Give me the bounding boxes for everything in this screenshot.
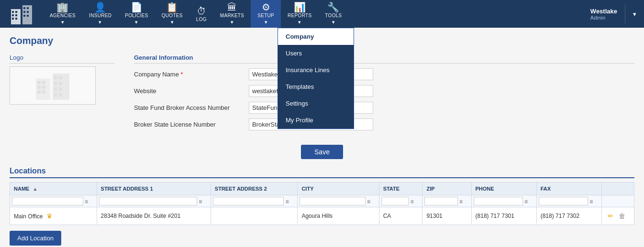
divider	[625, 4, 625, 23]
insured-icon: 👤	[94, 2, 106, 12]
col-header-state[interactable]: State	[379, 183, 422, 195]
filter-cell-state: ≡	[379, 195, 422, 207]
add-location-button[interactable]: Add Location	[10, 231, 61, 246]
svg-rect-12	[23, 15, 25, 17]
col-header-actions	[601, 183, 634, 195]
crown-icon: ♛	[46, 212, 53, 220]
col-header-addr1[interactable]: Street Address 1	[97, 183, 211, 195]
filter-cell-actions	[601, 195, 634, 207]
col-header-fax[interactable]: Fax	[536, 183, 601, 195]
filter-menu-icon-name[interactable]: ≡	[85, 198, 88, 205]
user-menu-icon[interactable]: ▾	[633, 11, 636, 18]
website-label: Website	[134, 87, 244, 95]
filter-input-city[interactable]	[300, 197, 365, 205]
filter-input-phone[interactable]	[474, 197, 523, 205]
svg-rect-22	[54, 76, 57, 79]
general-info-section: General Information Company Name * Websi…	[134, 54, 634, 135]
svg-rect-2	[12, 11, 14, 13]
cell-phone: (818) 717 7301	[471, 207, 536, 225]
svg-rect-27	[59, 87, 62, 91]
svg-rect-7	[15, 18, 17, 20]
sort-icon-name: ▲	[33, 186, 37, 192]
filter-input-state[interactable]	[381, 197, 409, 205]
nav-markets[interactable]: 🏛 Markets ▾	[213, 0, 251, 28]
filter-menu-icon-addr1[interactable]: ≡	[199, 198, 202, 205]
col-header-addr2[interactable]: Street Address 2	[211, 183, 298, 195]
locations-table: Name ▲ Street Address 1 Street Address 2…	[10, 182, 634, 225]
col-header-city[interactable]: City	[298, 183, 379, 195]
svg-rect-5	[15, 14, 17, 16]
svg-rect-16	[37, 81, 41, 84]
filter-menu-icon-zip[interactable]: ≡	[459, 198, 463, 205]
logo-label: Logo	[10, 54, 115, 64]
filter-menu-icon-fax[interactable]: ≡	[589, 198, 593, 205]
delete-location-button[interactable]: 🗑	[617, 211, 627, 221]
setup-dropdown: Company Users Insurance Lines Templates …	[278, 28, 354, 129]
filter-menu-icon-phone[interactable]: ≡	[524, 198, 528, 205]
table-row: Main Office ♛ 28348 Roadside Dr. Suite #…	[10, 207, 634, 225]
markets-icon: 🏛	[227, 2, 237, 12]
edit-location-button[interactable]: ✏	[606, 211, 615, 221]
setup-icon: ⚙	[262, 2, 270, 12]
broker-license-row: Broker State License Number	[134, 118, 634, 130]
general-info-label: General Information	[134, 54, 634, 64]
dropdown-item-my-profile[interactable]: My Profile	[278, 112, 354, 129]
logo-upload-box[interactable]	[10, 66, 96, 105]
website-row: Website	[134, 85, 634, 97]
svg-rect-17	[42, 81, 45, 84]
filter-menu-icon-state[interactable]: ≡	[411, 198, 414, 205]
svg-rect-25	[59, 82, 62, 85]
dropdown-item-company[interactable]: Company	[278, 28, 354, 45]
cell-state: CA	[379, 207, 422, 225]
filter-input-addr1[interactable]	[99, 197, 197, 205]
col-header-phone[interactable]: Phone	[471, 183, 536, 195]
nav-agencies[interactable]: 🏢 Agencies ▾	[43, 0, 82, 28]
nav-setup[interactable]: ⚙ Setup ▾	[251, 0, 281, 28]
svg-rect-8	[23, 7, 25, 9]
svg-rect-6	[12, 18, 14, 20]
filter-cell-city: ≡	[298, 195, 379, 207]
nav-policies[interactable]: 📄 Policies ▾	[118, 0, 155, 28]
filter-menu-icon-city[interactable]: ≡	[367, 198, 370, 205]
svg-rect-18	[37, 86, 41, 89]
tools-icon: 🔧	[327, 2, 339, 12]
dropdown-item-settings[interactable]: Settings	[278, 95, 354, 112]
filter-input-name[interactable]	[12, 197, 83, 205]
table-header-row: Name ▲ Street Address 1 Street Address 2…	[10, 183, 634, 195]
svg-rect-24	[54, 82, 57, 85]
nav-insured[interactable]: 👤 Insured ▾	[82, 0, 118, 28]
logo-section: Logo	[10, 54, 115, 135]
nav-reports[interactable]: 📊 Reports ▾	[281, 0, 318, 28]
dropdown-item-users[interactable]: Users	[278, 45, 354, 62]
svg-rect-3	[15, 11, 17, 13]
top-nav: 🏢 Agencies ▾ 👤 Insured ▾ 📄 Policies ▾ 📋 …	[0, 0, 644, 28]
svg-rect-28	[54, 93, 57, 97]
filter-cell-addr1: ≡	[97, 195, 211, 207]
dropdown-item-insurance-lines[interactable]: Insurance Lines	[278, 62, 354, 78]
locations-title: Locations	[10, 167, 634, 178]
filter-menu-icon-addr2[interactable]: ≡	[286, 198, 289, 205]
company-name-row: Company Name *	[134, 68, 634, 80]
nav-tools[interactable]: 🔧 Tools ▾	[318, 0, 348, 28]
nav-log[interactable]: ⏱ Log	[189, 0, 213, 28]
quotes-icon: 📋	[166, 2, 178, 12]
agencies-label: Agencies	[50, 13, 76, 18]
svg-rect-13	[27, 15, 29, 17]
filter-input-fax[interactable]	[539, 197, 588, 205]
cell-zip: 91301	[422, 207, 471, 225]
nav-quotes[interactable]: 📋 Quotes ▾	[155, 0, 189, 28]
agencies-icon: 🏢	[56, 2, 68, 12]
dropdown-item-templates[interactable]: Templates	[278, 78, 354, 95]
broker-license-label: Broker State License Number	[134, 121, 244, 128]
col-header-name[interactable]: Name ▲	[10, 183, 97, 195]
col-header-zip[interactable]: Zip	[422, 183, 471, 195]
svg-rect-11	[27, 11, 29, 13]
filter-input-zip[interactable]	[424, 197, 457, 205]
cell-addr1: 28348 Roadside Dr. Suite #201	[97, 207, 211, 225]
filter-cell-phone: ≡	[471, 195, 536, 207]
save-button[interactable]: Save	[301, 145, 343, 159]
filter-cell-name: ≡	[10, 195, 97, 207]
filter-input-addr2[interactable]	[213, 197, 284, 205]
svg-rect-26	[54, 87, 57, 91]
filter-cell-addr2: ≡	[211, 195, 298, 207]
